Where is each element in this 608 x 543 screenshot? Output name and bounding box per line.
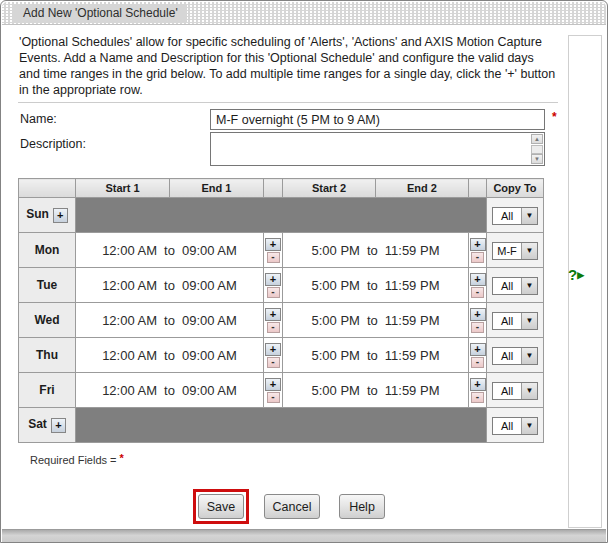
copy-to-value: All [493,278,521,294]
start2-value[interactable]: 5:00 PM [312,278,360,293]
time-range-1[interactable]: 12:00 AMto09:00 AM [76,303,264,338]
schedule-row-thu: Thu 12:00 AMto09:00 AM +- 5:00 PMto11:59… [19,338,544,373]
start2-value[interactable]: 5:00 PM [312,383,360,398]
add-range-button[interactable]: + [470,238,486,251]
remove-range-button[interactable]: - [471,392,484,403]
schedule-row-sat: Sat+ All▼ [19,408,544,443]
day-label: Sat [28,417,47,431]
add-range-button[interactable]: + [53,208,68,223]
header-start2: Start 2 [283,179,376,198]
description-field[interactable]: ▲ ▼ [210,132,545,166]
add-range-button[interactable]: + [265,273,281,286]
remove-range-button[interactable]: - [471,322,484,333]
copy-to-select[interactable]: All▼ [492,277,538,295]
remove-range-button[interactable]: - [471,252,484,263]
chevron-down-icon: ▼ [521,418,537,434]
end2-value[interactable]: 11:59 PM [385,383,440,398]
day-column-header [19,179,76,198]
end1-value[interactable]: 09:00 AM [182,278,237,293]
start2-value[interactable]: 5:00 PM [312,348,360,363]
save-button[interactable]: Save [198,494,244,519]
add-range-button[interactable]: + [51,418,66,433]
chevron-down-icon: ▼ [521,208,537,224]
day-label: Thu [19,338,76,373]
name-input[interactable] [210,109,545,130]
remove-range-button[interactable]: - [267,392,280,403]
remove-range-button[interactable]: - [267,287,280,298]
section-divider [18,102,558,103]
add-range-button[interactable]: + [470,343,486,356]
copy-to-select[interactable]: All▼ [492,417,538,435]
to-label: to [367,243,378,258]
time-range-1[interactable]: 12:00 AMto09:00 AM [76,338,264,373]
start1-value[interactable]: 12:00 AM [102,383,157,398]
chevron-down-icon: ▼ [521,278,537,294]
add-range-button[interactable]: + [265,343,281,356]
header-spacer2 [469,179,487,198]
question-mark-icon: ? [568,266,577,283]
schedule-grid: Start 1 End 1 Start 2 End 2 Copy To Sun+… [18,178,544,443]
end2-value[interactable]: 11:59 PM [385,243,440,258]
time-range-2[interactable]: 5:00 PMto11:59 PM [283,303,469,338]
schedule-row-sun: Sun+ All▼ [19,198,544,233]
copy-to-value: All [493,208,521,224]
start2-value[interactable]: 5:00 PM [312,243,360,258]
copy-to-select[interactable]: All▼ [492,382,538,400]
remove-range-button[interactable]: - [471,287,484,298]
header-spacer1 [264,179,283,198]
copy-to-value: All [493,418,521,434]
day-label: Fri [19,373,76,408]
time-range-2[interactable]: 5:00 PMto11:59 PM [283,338,469,373]
description-textarea[interactable] [211,133,530,165]
end1-value[interactable]: 09:00 AM [182,243,237,258]
chevron-down-icon: ▼ [521,348,537,364]
chevron-down-icon: ▼ [521,313,537,329]
scrollbar-thumb[interactable] [531,145,543,154]
end1-value[interactable]: 09:00 AM [182,313,237,328]
copy-to-select[interactable]: All▼ [492,347,538,365]
cancel-button[interactable]: Cancel [264,494,320,519]
copy-to-select[interactable]: All▼ [492,207,538,225]
schedule-row-wed: Wed 12:00 AMto09:00 AM +- 5:00 PMto11:59… [19,303,544,338]
remove-range-button[interactable]: - [267,252,280,263]
remove-range-button[interactable]: - [267,357,280,368]
dialog-titlebar[interactable]: Add New 'Optional Schedule' [2,2,606,25]
end2-value[interactable]: 11:59 PM [385,348,440,363]
header-start1: Start 1 [76,179,170,198]
end1-value[interactable]: 09:00 AM [182,383,237,398]
remove-range-button[interactable]: - [267,322,280,333]
time-range-1[interactable]: 12:00 AMto09:00 AM [76,373,264,408]
add-range-button[interactable]: + [470,378,486,391]
copy-to-select[interactable]: All▼ [492,312,538,330]
start1-value[interactable]: 12:00 AM [102,313,157,328]
time-range-1[interactable]: 12:00 AMto09:00 AM [76,268,264,303]
add-range-button[interactable]: + [470,273,486,286]
time-range-2[interactable]: 5:00 PMto11:59 PM [283,233,469,268]
start1-value[interactable]: 12:00 AM [102,348,157,363]
description-label: Description: [20,137,86,151]
end2-value[interactable]: 11:59 PM [385,278,440,293]
remove-range-button[interactable]: - [471,357,484,368]
start2-value[interactable]: 5:00 PM [312,313,360,328]
to-label: to [164,383,175,398]
time-range-2[interactable]: 5:00 PMto11:59 PM [283,268,469,303]
time-range-2[interactable]: 5:00 PMto11:59 PM [283,373,469,408]
add-range-button[interactable]: + [265,238,281,251]
help-button[interactable]: Help [339,494,385,519]
add-range-button[interactable]: + [265,308,281,321]
scroll-down-icon[interactable]: ▼ [531,154,543,164]
end1-value[interactable]: 09:00 AM [182,348,237,363]
copy-to-select[interactable]: M-F▼ [492,242,538,260]
add-range-button[interactable]: + [470,308,486,321]
end2-value[interactable]: 11:59 PM [385,313,440,328]
name-required-marker: * [552,110,557,124]
scroll-up-icon[interactable]: ▲ [531,134,543,144]
inactive-day-bar [76,198,487,233]
start1-value[interactable]: 12:00 AM [102,278,157,293]
day-label: Wed [19,303,76,338]
time-range-1[interactable]: 12:00 AMto09:00 AM [76,233,264,268]
start1-value[interactable]: 12:00 AM [102,243,157,258]
add-range-button[interactable]: + [265,378,281,391]
schedule-row-tue: Tue 12:00 AMto09:00 AM +- 5:00 PMto11:59… [19,268,544,303]
help-pointer-icon[interactable]: ?▶ [568,267,584,283]
